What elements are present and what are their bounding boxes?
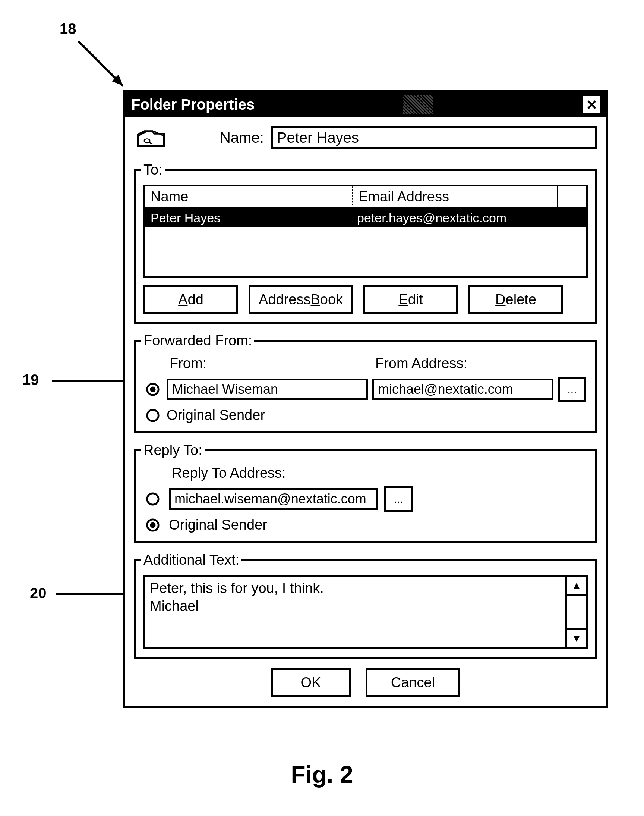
from-original-sender-radio[interactable] [146, 408, 160, 423]
reply-to-original-sender-radio[interactable] [146, 518, 160, 532]
from-address-input[interactable] [372, 378, 554, 400]
name-label: Name: [220, 129, 264, 146]
from-address-browse-button[interactable]: ... [558, 376, 586, 402]
reply-to-original-sender-label: Original Sender [169, 517, 414, 533]
svg-point-5 [150, 386, 155, 392]
reply-to-group: Reply To: Reply To Address: ... Original… [134, 442, 597, 543]
add-button[interactable]: Add [144, 285, 238, 313]
svg-point-6 [147, 409, 158, 421]
callout-18: 18 [60, 20, 77, 37]
name-row: Name: [134, 124, 597, 151]
to-header-spacer [558, 186, 586, 208]
close-icon: × [587, 96, 597, 113]
reply-to-specific-radio[interactable] [146, 492, 160, 506]
callout-19: 19 [22, 372, 39, 388]
to-header-name[interactable]: Name [145, 186, 353, 208]
to-group: To: Name Email Address Peter Hayes peter… [134, 162, 597, 324]
to-table-empty-area[interactable] [145, 227, 586, 276]
to-row-selected[interactable]: Peter Hayes peter.hayes@nextatic.com [145, 208, 586, 227]
close-button[interactable]: × [581, 94, 602, 115]
to-button-row: Add Address Book Edit Delete [144, 285, 588, 313]
from-specific-radio[interactable] [146, 382, 160, 396]
additional-text-group: Additional Text: Peter, this is for you,… [134, 552, 597, 659]
titlebar[interactable]: Folder Properties × [125, 92, 606, 117]
reply-to-browse-button[interactable]: ... [384, 486, 412, 512]
ok-button[interactable]: OK [271, 668, 351, 697]
forwarded-from-group: Forwarded From: From: From Address: ... … [134, 333, 597, 433]
titlebar-texture [255, 95, 581, 114]
to-table[interactable]: Name Email Address Peter Hayes peter.hay… [144, 184, 588, 278]
reply-to-legend: Reply To: [141, 442, 205, 458]
to-legend: To: [141, 162, 165, 178]
to-table-header: Name Email Address [145, 186, 586, 208]
additional-text-area[interactable]: Peter, this is for you, I think. Michael [145, 576, 565, 647]
folder-properties-dialog: Folder Properties × Name: To: [123, 89, 608, 708]
forwarded-from-legend: Forwarded From: [141, 333, 254, 349]
cancel-button[interactable]: Cancel [366, 668, 460, 697]
dialog-title: Folder Properties [131, 96, 255, 113]
dialog-footer-buttons: OK Cancel [134, 668, 597, 697]
to-header-email[interactable]: Email Address [353, 186, 558, 208]
to-row-name: Peter Hayes [145, 208, 352, 227]
reply-to-address-label: Reply To Address: [169, 465, 414, 481]
from-name-input[interactable] [167, 378, 368, 400]
additional-text-area-wrap: Peter, this is for you, I think. Michael… [144, 575, 588, 649]
callout-20: 20 [30, 585, 47, 602]
callout-18-arrow [75, 37, 130, 93]
additional-text-legend: Additional Text: [141, 552, 241, 568]
delete-button[interactable]: Delete [468, 285, 563, 313]
reply-to-address-input[interactable] [169, 488, 377, 510]
svg-point-9 [150, 522, 155, 528]
scroll-down-icon[interactable]: ▼ [567, 628, 586, 647]
callout-20-line [56, 593, 130, 595]
edit-button[interactable]: Edit [363, 285, 458, 313]
dialog-body: Name: To: Name Email Address Peter Hayes… [125, 117, 606, 705]
callout-19-line [52, 380, 127, 382]
folder-icon [134, 124, 168, 151]
name-input[interactable] [271, 126, 597, 149]
scroll-track[interactable] [567, 596, 586, 628]
to-row-email: peter.hayes@nextatic.com [352, 208, 586, 227]
scroll-up-icon[interactable]: ▲ [567, 576, 586, 596]
from-address-label: From Address: [372, 355, 554, 372]
svg-point-7 [147, 493, 158, 505]
from-label: From: [167, 355, 368, 372]
from-original-sender-label: Original Sender [167, 407, 588, 423]
figure-caption: Fig. 2 [0, 761, 644, 788]
textarea-scrollbar[interactable]: ▲ ▼ [565, 576, 586, 647]
address-book-button[interactable]: Address Book [248, 285, 353, 313]
